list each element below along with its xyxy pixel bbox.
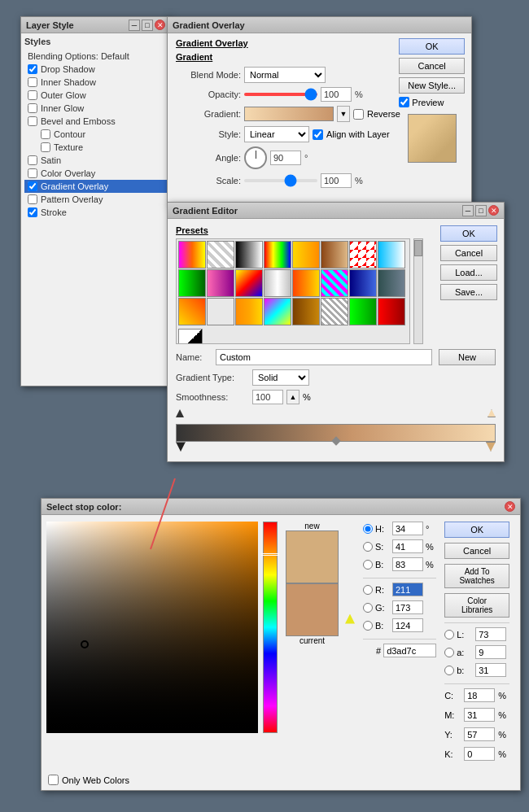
gradient-preview[interactable] (244, 107, 334, 121)
bw-swatch[interactable] (178, 329, 203, 344)
preset-10[interactable] (207, 269, 234, 297)
inner-shadow-checkbox[interactable] (28, 77, 37, 87)
preset-17[interactable] (178, 298, 206, 325)
satin-item[interactable]: Satin (24, 154, 167, 167)
minimize-btn[interactable]: ─ (129, 20, 140, 31)
style-select[interactable]: Linear Radial Angle (244, 126, 309, 142)
color-stop-right[interactable] (486, 442, 496, 452)
color-overlay-checkbox[interactable] (28, 168, 37, 178)
preset-5[interactable] (292, 241, 320, 268)
outer-glow-item[interactable]: Outer Glow (24, 89, 167, 102)
g-input[interactable] (392, 600, 423, 614)
opacity-slider[interactable] (244, 93, 317, 96)
bevel-emboss-checkbox[interactable] (28, 116, 37, 126)
s-input[interactable] (392, 539, 423, 553)
preset-13[interactable] (292, 269, 320, 297)
smoothness-stepper[interactable]: ▲ (286, 390, 299, 404)
blend-mode-select[interactable]: Normal Multiply Screen (244, 67, 326, 83)
gradient-overlay-checkbox[interactable] (28, 181, 37, 191)
pattern-overlay-checkbox[interactable] (28, 194, 37, 204)
a-input[interactable] (475, 645, 506, 659)
l-radio[interactable] (444, 630, 454, 640)
color-libraries-button[interactable]: Color Libraries (444, 593, 509, 618)
preset-23[interactable] (349, 298, 377, 325)
cancel-button[interactable]: Cancel (399, 58, 465, 74)
preview-checkbox[interactable] (399, 97, 409, 107)
ge-cancel-button[interactable]: Cancel (440, 245, 497, 261)
cp-close-btn[interactable]: ✕ (505, 501, 515, 512)
inner-shadow-item[interactable]: Inner Shadow (24, 76, 167, 89)
bevel-emboss-item[interactable]: Bevel and Emboss (24, 115, 167, 128)
preset-16[interactable] (378, 269, 405, 297)
preset-7[interactable] (349, 241, 377, 268)
presets-scroll-thumb[interactable] (414, 240, 422, 256)
b3-radio[interactable] (444, 666, 454, 675)
preset-1[interactable] (178, 241, 206, 268)
texture-checkbox[interactable] (41, 142, 50, 152)
preset-6[interactable] (321, 241, 348, 268)
smoothness-input[interactable] (252, 390, 283, 404)
ge-maximize-btn[interactable]: □ (475, 205, 487, 216)
texture-item[interactable]: Texture (24, 141, 167, 154)
s-radio[interactable] (363, 542, 373, 552)
ok-button[interactable]: OK (399, 38, 465, 55)
color-overlay-item[interactable]: Color Overlay (24, 167, 167, 180)
opacity-stop-right[interactable] (487, 409, 496, 417)
preset-19[interactable] (235, 298, 263, 325)
drop-shadow-item[interactable]: Drop Shadow (24, 63, 167, 76)
preset-18[interactable] (207, 298, 234, 325)
l-input[interactable] (475, 627, 506, 641)
g-radio[interactable] (363, 603, 373, 613)
align-checkbox[interactable] (313, 129, 323, 140)
stroke-checkbox[interactable] (28, 207, 37, 217)
contour-checkbox[interactable] (41, 129, 50, 139)
preset-22[interactable] (321, 298, 348, 325)
drop-shadow-checkbox[interactable] (28, 64, 37, 74)
y-input[interactable] (464, 727, 495, 741)
hex-input[interactable] (383, 644, 436, 657)
h-input[interactable] (392, 522, 423, 535)
gradient-overlay-item[interactable]: Gradient Overlay (24, 180, 167, 193)
opacity-input[interactable] (321, 87, 352, 102)
angle-input[interactable] (270, 151, 301, 165)
preset-14[interactable] (321, 269, 348, 297)
preset-9[interactable] (178, 269, 206, 297)
ge-load-button[interactable]: Load... (440, 264, 497, 281)
ge-close-btn[interactable]: ✕ (488, 205, 499, 216)
preset-11[interactable] (235, 269, 263, 297)
b3-input[interactable] (475, 663, 506, 677)
a-radio[interactable] (444, 648, 454, 657)
c-input[interactable] (464, 688, 495, 702)
preset-12[interactable] (264, 269, 291, 297)
maximize-btn[interactable]: □ (142, 20, 153, 31)
blending-options-item[interactable]: Blending Options: Default (24, 50, 167, 63)
satin-checkbox[interactable] (28, 155, 37, 165)
ge-save-button[interactable]: Save... (440, 284, 497, 300)
scale-input[interactable] (321, 173, 352, 188)
color-stop-left[interactable] (176, 442, 186, 452)
inner-glow-checkbox[interactable] (28, 103, 37, 113)
cp-cancel-button[interactable]: Cancel (444, 543, 509, 559)
cp-ok-button[interactable]: OK (444, 522, 509, 538)
b2-input[interactable] (392, 618, 423, 632)
outer-glow-checkbox[interactable] (28, 90, 37, 100)
opacity-stop-left[interactable] (176, 409, 184, 417)
preset-20[interactable] (264, 298, 291, 325)
new-gradient-button[interactable]: New (439, 349, 496, 365)
m-input[interactable] (464, 708, 495, 722)
presets-scrollbar[interactable] (413, 238, 423, 344)
preset-2[interactable] (207, 241, 234, 268)
new-style-button[interactable]: New Style... (399, 77, 465, 94)
contour-item[interactable]: Contour (24, 128, 167, 141)
stroke-item[interactable]: Stroke (24, 206, 167, 219)
gradient-arrow-btn[interactable]: ▼ (337, 106, 350, 122)
k-input[interactable] (464, 747, 495, 761)
add-to-swatches-button[interactable]: Add To Swatches (444, 564, 509, 588)
b2-radio[interactable] (363, 621, 373, 631)
color-field[interactable] (46, 522, 258, 733)
preset-3[interactable] (235, 241, 263, 268)
b-input[interactable] (392, 557, 423, 571)
preset-24[interactable] (378, 298, 405, 325)
scale-slider[interactable] (244, 179, 317, 182)
preset-21[interactable] (292, 298, 320, 325)
